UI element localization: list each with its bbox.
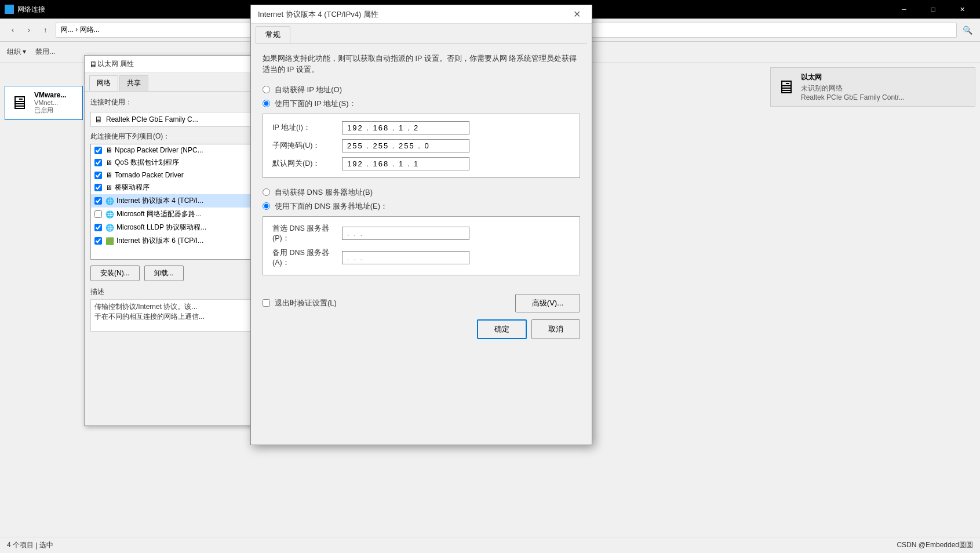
ok-button[interactable]: 确定 bbox=[477, 319, 527, 339]
check-4[interactable] bbox=[94, 197, 102, 205]
dialog-description: 如果网络支持此功能，则可以获取自动指派的 IP 设置。否则，你需要从网 络系统管… bbox=[263, 53, 580, 75]
auto-dns-label[interactable]: 自动获得 DNS 服务器地址(B) bbox=[275, 187, 373, 198]
address-text: 网... › 网络... bbox=[61, 25, 100, 35]
status-selected: 选中 bbox=[39, 540, 53, 550]
validate-label[interactable]: 退出时验证设置(L) bbox=[275, 298, 337, 308]
check-label-6: Microsoft LLDP 协议驱动程... bbox=[116, 223, 206, 232]
vmware-detail1: VMnet... bbox=[34, 99, 66, 106]
gateway-label: 默认网关(D)： bbox=[272, 159, 342, 169]
close-button[interactable]: ✕ bbox=[949, 0, 975, 19]
ip-input[interactable]: 192 . 168 . 1 . 2 bbox=[342, 121, 469, 134]
dialog-close-button[interactable]: ✕ bbox=[569, 6, 585, 23]
check-icon-4: 🌐 bbox=[105, 197, 114, 205]
auto-ip-radio[interactable] bbox=[263, 86, 270, 93]
cancel-button[interactable]: 取消 bbox=[531, 319, 580, 339]
organize-menu[interactable]: 组织 ▾ bbox=[7, 47, 26, 57]
minimize-button[interactable]: ─ bbox=[891, 0, 917, 19]
uninstall-button[interactable]: 卸载... bbox=[144, 265, 184, 281]
check-3[interactable] bbox=[94, 184, 102, 191]
check-icon-2: 🖥 bbox=[105, 171, 112, 179]
preferred-dns-label: 首选 DNS 服务器(P)： bbox=[272, 224, 342, 243]
check-1[interactable] bbox=[94, 159, 102, 166]
manual-dns-row: 使用下面的 DNS 服务器地址(E)： bbox=[263, 201, 580, 212]
disable-button[interactable]: 禁用... bbox=[35, 47, 55, 57]
titlebar-title: 网络连接 bbox=[17, 5, 45, 14]
vmware-icon: 🖥 bbox=[10, 92, 28, 114]
preferred-dns-row: 首选 DNS 服务器(P)： . . . bbox=[272, 224, 570, 243]
adapter-tab-share[interactable]: 共享 bbox=[119, 75, 148, 91]
network-card[interactable]: 🖥 以太网 未识别的网络 Realtek PCIe GbE Family Con… bbox=[770, 67, 975, 107]
adapter-tab-network[interactable]: 网络 bbox=[89, 75, 118, 91]
dialog-title: Internet 协议版本 4 (TCP/IPv4) 属性 bbox=[258, 9, 569, 20]
check-6[interactable] bbox=[94, 224, 102, 231]
check-icon-7: 🟩 bbox=[105, 237, 114, 245]
check-7[interactable] bbox=[94, 237, 102, 245]
check-icon-3: 🖥 bbox=[105, 184, 112, 192]
network-card-adapter: Realtek PCIe GbE Family Contr... bbox=[801, 93, 905, 101]
ip-row: IP 地址(I)： 192 . 168 . 1 . 2 bbox=[272, 121, 570, 134]
vmware-info: VMware... VMnet... 已启用 bbox=[34, 91, 66, 115]
install-button[interactable]: 安装(N)... bbox=[90, 265, 140, 281]
network-card-info: 以太网 未识别的网络 Realtek PCIe GbE Family Contr… bbox=[801, 72, 905, 101]
search-button[interactable]: 🔍 bbox=[959, 22, 975, 38]
advanced-button[interactable]: 高级(V)... bbox=[515, 294, 580, 312]
ip-label: IP 地址(I)： bbox=[272, 123, 342, 133]
auto-ip-label[interactable]: 自动获得 IP 地址(O) bbox=[275, 85, 342, 95]
check-label-7: Internet 协议版本 6 (TCP/I... bbox=[116, 236, 203, 246]
description-text: 传输控制协议/Internet 协议。该...于在不同的相互连接的网络上通信..… bbox=[94, 303, 205, 321]
auto-dns-radio[interactable] bbox=[263, 188, 270, 196]
manual-dns-radio[interactable] bbox=[263, 202, 270, 210]
check-0[interactable] bbox=[94, 147, 102, 154]
subnet-input[interactable]: 255 . 255 . 255 . 0 bbox=[342, 139, 469, 152]
status-separator: | bbox=[34, 541, 39, 550]
disable-label: 禁用... bbox=[35, 47, 55, 57]
auto-dns-row: 自动获得 DNS 服务器地址(B) bbox=[263, 187, 580, 198]
ip-value: 192 . 168 . 1 . 2 bbox=[347, 123, 419, 132]
back-button[interactable]: ‹ bbox=[5, 22, 21, 38]
dialog-body: 如果网络支持此功能，则可以获取自动指派的 IP 设置。否则，你需要从网 络系统管… bbox=[251, 44, 592, 294]
status-right: CSDN @Embedded圆圆 bbox=[897, 540, 973, 550]
check-5[interactable] bbox=[94, 210, 102, 218]
check-icon-0: 🖥 bbox=[105, 146, 112, 154]
dns-section: 首选 DNS 服务器(P)： . . . 备用 DNS 服务器(A)： . . … bbox=[263, 216, 580, 275]
manual-dns-label[interactable]: 使用下面的 DNS 服务器地址(E)： bbox=[275, 201, 388, 212]
check-icon-5: 🌐 bbox=[105, 210, 114, 219]
alternate-dns-label: 备用 DNS 服务器(A)： bbox=[272, 248, 342, 268]
status-watermark: CSDN @Embedded圆圆 bbox=[897, 540, 973, 550]
organize-label: 组织 ▾ bbox=[7, 47, 26, 57]
manual-ip-label[interactable]: 使用下面的 IP 地址(S)： bbox=[275, 99, 356, 109]
subnet-value: 255 . 255 . 255 . 0 bbox=[347, 141, 430, 150]
preferred-dns-input[interactable]: . . . bbox=[342, 227, 469, 240]
preferred-dns-value: . . . bbox=[347, 229, 363, 238]
vmware-name: VMware... bbox=[34, 91, 66, 99]
status-items: 4 个项目 bbox=[7, 540, 34, 550]
manual-ip-radio[interactable] bbox=[263, 100, 270, 107]
titlebar-icon: 🌐 bbox=[5, 5, 14, 14]
adapter-props-icon: 🖥 bbox=[89, 60, 97, 69]
gateway-input[interactable]: 192 . 168 . 1 . 1 bbox=[342, 157, 469, 170]
vmware-section: 🖥 VMware... VMnet... 已启用 bbox=[5, 86, 83, 125]
dialog-bottom: 退出时验证设置(L) 高级(V)... bbox=[251, 294, 592, 312]
forward-button[interactable]: › bbox=[21, 22, 37, 38]
check-label-2: Tornado Packet Driver bbox=[115, 171, 184, 179]
check-label-0: Npcap Packet Driver (NPC... bbox=[115, 146, 203, 154]
adapter-item-name: Realtek PCIe GbE Family C... bbox=[106, 115, 198, 123]
check-icon-1: 🖥 bbox=[105, 159, 112, 167]
maximize-button[interactable]: □ bbox=[920, 0, 946, 19]
gateway-value: 192 . 168 . 1 . 1 bbox=[347, 159, 419, 168]
dialog-buttons: 确定 取消 bbox=[251, 312, 592, 348]
dialog-tab-general[interactable]: 常规 bbox=[256, 26, 290, 43]
alternate-dns-value: . . . bbox=[347, 253, 363, 262]
validate-checkbox[interactable] bbox=[263, 299, 270, 307]
dialog-titlebar: Internet 协议版本 4 (TCP/IPv4) 属性 ✕ bbox=[251, 5, 592, 24]
check-2[interactable] bbox=[94, 172, 102, 179]
gateway-row: 默认网关(D)： 192 . 168 . 1 . 1 bbox=[272, 157, 570, 170]
up-button[interactable]: ↑ bbox=[37, 22, 53, 38]
vmware-item[interactable]: 🖥 VMware... VMnet... 已启用 bbox=[5, 86, 83, 120]
validate-checkbox-row: 退出时验证设置(L) bbox=[263, 298, 337, 308]
alternate-dns-input[interactable]: . . . bbox=[342, 251, 469, 264]
manual-ip-row: 使用下面的 IP 地址(S)： bbox=[263, 99, 580, 109]
subnet-row: 子网掩码(U)： 255 . 255 . 255 . 0 bbox=[272, 139, 570, 152]
main-dialog: Internet 协议版本 4 (TCP/IPv4) 属性 ✕ 常规 如果网络支… bbox=[250, 5, 592, 445]
check-label-4: Internet 协议版本 4 (TCP/I... bbox=[116, 196, 203, 206]
